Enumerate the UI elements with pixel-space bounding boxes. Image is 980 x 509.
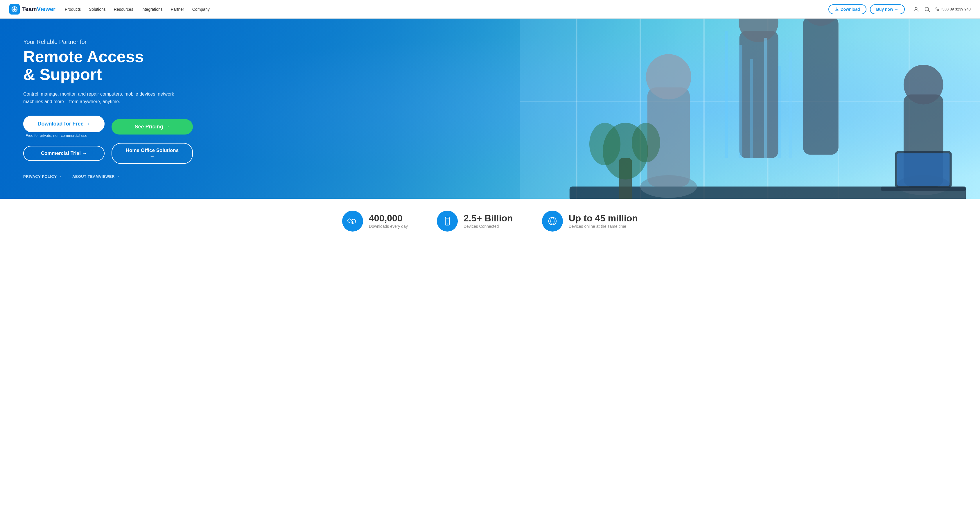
globe-icon-circle bbox=[542, 211, 563, 232]
stat-online-number: Up to 45 million bbox=[569, 213, 638, 223]
home-office-button[interactable]: Home Office Solutions → bbox=[111, 143, 193, 164]
nav-resources[interactable]: Resources bbox=[114, 7, 133, 12]
svg-rect-40 bbox=[778, 66, 781, 158]
mobile-icon-circle bbox=[437, 211, 458, 232]
svg-point-30 bbox=[904, 65, 943, 104]
stat-devices: 2.5+ Billion Devices Connected bbox=[437, 211, 513, 232]
free-note: Free for private, non-commercial use bbox=[23, 134, 105, 138]
hero-buttons: Download for Free → Free for private, no… bbox=[23, 116, 180, 164]
about-teamviewer-link[interactable]: ABOUT TEAMVIEWER → bbox=[72, 174, 120, 179]
stat-online-label: Devices online at the same time bbox=[569, 224, 638, 229]
mobile-icon bbox=[442, 216, 453, 226]
download-button[interactable]: Download bbox=[828, 4, 866, 14]
stat-downloads-label: Downloads every day bbox=[369, 224, 408, 229]
hero-btn-row-1: Download for Free → Free for private, no… bbox=[23, 116, 180, 138]
phone-number: +380 89 3239 943 bbox=[935, 7, 971, 11]
hero-links: PRIVACY POLICY → ABOUT TEAMVIEWER → bbox=[23, 174, 180, 179]
user-icon[interactable] bbox=[913, 6, 919, 13]
nav-partner[interactable]: Partner bbox=[171, 7, 184, 12]
hero-btn-row-2: Commercial Trial → Home Office Solutions… bbox=[23, 143, 180, 164]
stat-downloads: 400,000 Downloads every day bbox=[342, 211, 408, 232]
nav-actions: Download Buy now → +380 89 3239 943 bbox=[828, 4, 971, 14]
stat-devices-number: 2.5+ Billion bbox=[464, 213, 513, 223]
svg-point-2 bbox=[915, 7, 917, 9]
svg-line-4 bbox=[928, 10, 930, 12]
download-free-wrapper: Download for Free → Free for private, no… bbox=[23, 116, 105, 138]
download-free-button[interactable]: Download for Free → bbox=[23, 116, 105, 132]
brand-viewer: Viewer bbox=[37, 6, 56, 12]
commercial-trial-button[interactable]: Commercial Trial → bbox=[23, 146, 105, 161]
nav-company[interactable]: Company bbox=[192, 7, 210, 12]
svg-rect-36 bbox=[725, 31, 728, 158]
brand-team: Team bbox=[22, 6, 37, 12]
search-icon[interactable] bbox=[924, 6, 930, 13]
hero-content: Your Reliable Partner for Remote Access&… bbox=[0, 21, 203, 196]
svg-rect-34 bbox=[897, 153, 950, 186]
nav-solutions[interactable]: Solutions bbox=[89, 7, 106, 12]
svg-rect-23 bbox=[739, 31, 778, 158]
stat-devices-label: Devices Connected bbox=[464, 224, 513, 229]
navbar: TeamViewer Products Solutions Resources … bbox=[0, 0, 980, 19]
logo-link[interactable]: TeamViewer bbox=[9, 4, 56, 14]
nav-products[interactable]: Products bbox=[65, 7, 81, 12]
see-pricing-button[interactable]: See Pricing → bbox=[111, 119, 193, 135]
svg-point-44 bbox=[589, 123, 620, 165]
hero-tagline: Your Reliable Partner for bbox=[23, 39, 180, 45]
svg-point-20 bbox=[646, 54, 691, 99]
office-scene bbox=[343, 19, 980, 199]
globe-icon bbox=[547, 216, 558, 226]
privacy-policy-link[interactable]: PRIVACY POLICY → bbox=[23, 174, 62, 179]
svg-rect-39 bbox=[764, 38, 767, 158]
stat-downloads-number: 400,000 bbox=[369, 213, 408, 223]
svg-point-47 bbox=[447, 224, 448, 224]
buy-now-button[interactable]: Buy now → bbox=[870, 4, 905, 14]
nav-links: Products Solutions Resources Integration… bbox=[65, 7, 828, 12]
hero-description: Control, manage, monitor, and repair com… bbox=[23, 91, 174, 105]
stat-online: Up to 45 million Devices online at the s… bbox=[542, 211, 638, 232]
svg-rect-26 bbox=[803, 19, 838, 154]
svg-rect-35 bbox=[881, 186, 966, 191]
svg-rect-41 bbox=[789, 52, 792, 158]
nav-right: +380 89 3239 943 bbox=[913, 6, 971, 13]
hero-section: Your Reliable Partner for Remote Access&… bbox=[0, 19, 980, 199]
hero-title: Remote Access& Support bbox=[23, 48, 180, 83]
svg-rect-37 bbox=[739, 45, 742, 158]
nav-integrations[interactable]: Integrations bbox=[142, 7, 163, 12]
cloud-download-icon bbox=[347, 216, 358, 226]
svg-rect-38 bbox=[750, 59, 753, 158]
stats-bar: 400,000 Downloads every day 2.5+ Billion… bbox=[0, 199, 980, 243]
svg-point-45 bbox=[632, 123, 660, 162]
cloud-download-icon-circle bbox=[342, 211, 363, 232]
svg-point-3 bbox=[925, 7, 929, 11]
